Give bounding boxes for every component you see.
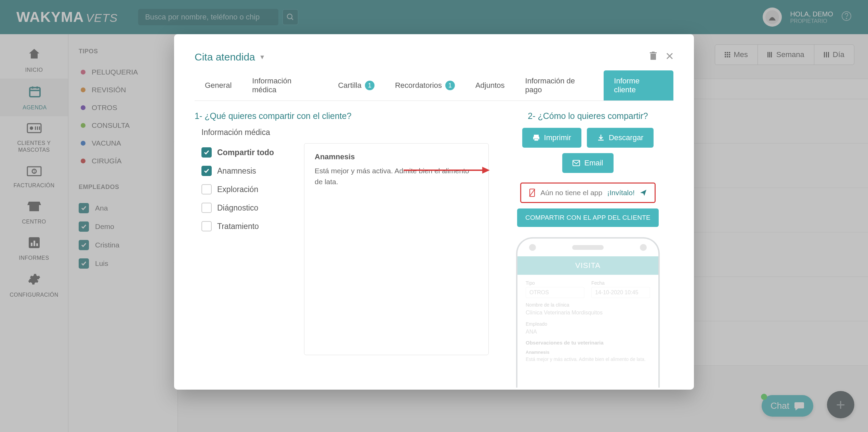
annotation-arrow (404, 163, 492, 178)
trash-icon (649, 52, 657, 60)
send-icon (640, 189, 647, 197)
tab-informe-cliente[interactable]: Informe cliente (604, 70, 673, 100)
check-diagnostico[interactable]: Diágnostico (201, 199, 297, 217)
svg-rect-37 (650, 54, 656, 60)
invite-box: Aún no tiene el app ¡Invítalo! (520, 183, 656, 203)
checkbox-icon (201, 184, 212, 194)
svg-rect-45 (573, 160, 580, 166)
checkbox-icon (201, 221, 212, 231)
no-app-text: Aún no tiene el app (540, 189, 602, 197)
check-anamnesis[interactable]: Anamnesis (201, 162, 297, 180)
badge: 1 (445, 81, 455, 90)
modal-tabs: General Información médica Cartilla1 Rec… (195, 70, 673, 101)
preview-title: Anamnesis (315, 152, 478, 161)
caret-down-icon: ▼ (259, 54, 265, 61)
email-button[interactable]: Email (562, 153, 613, 173)
share-app-button[interactable]: COMPARTIR CON EL APP DEL CLIENTE (517, 208, 659, 227)
question-2: 2- ¿Cómo lo quieres compartir? (528, 111, 648, 121)
camera-icon (529, 244, 536, 251)
download-icon (597, 134, 605, 141)
tab-cartilla[interactable]: Cartilla1 (328, 70, 384, 100)
check-compartir-todo[interactable]: Compartir todo (201, 143, 297, 162)
tab-info-medica[interactable]: Información médica (242, 70, 328, 100)
svg-line-47 (529, 189, 535, 197)
appointment-modal: Cita atendida ▼ General Información médi… (174, 34, 694, 390)
speaker-icon (572, 245, 604, 250)
phone-bar: VISITA (517, 256, 658, 275)
invite-link[interactable]: ¡Invítalo! (607, 189, 635, 197)
tab-adjuntos[interactable]: Adjuntos (465, 70, 515, 100)
modal-title[interactable]: Cita atendida ▼ (195, 51, 265, 63)
checkbox-icon (201, 203, 212, 213)
print-button[interactable]: Imprimir (522, 128, 581, 148)
checkbox-icon (201, 166, 212, 176)
tab-recordatorios[interactable]: Recordatorios1 (385, 70, 465, 100)
phone-off-icon (529, 188, 536, 197)
phone-preview: VISITA TipoOTROS Fecha14-10-2020 10:45 N… (516, 237, 660, 388)
tab-general[interactable]: General (195, 70, 242, 100)
svg-rect-39 (652, 52, 655, 53)
check-tratamiento[interactable]: Tratamiento (201, 217, 297, 235)
tab-info-pago[interactable]: Información de pago (515, 70, 604, 100)
question-1: 1- ¿Qué quieres compartir con el cliente… (195, 111, 489, 121)
camera-icon (640, 244, 647, 251)
svg-rect-44 (534, 139, 538, 141)
delete-button[interactable] (649, 52, 657, 63)
email-icon (573, 160, 580, 166)
badge: 1 (365, 81, 374, 90)
print-icon (532, 134, 540, 141)
close-button[interactable] (666, 52, 673, 63)
download-button[interactable]: Descargar (587, 128, 654, 148)
close-icon (666, 52, 673, 60)
svg-rect-42 (534, 135, 539, 137)
check-exploracion[interactable]: Exploración (201, 180, 297, 199)
svg-marker-49 (482, 167, 490, 174)
checkbox-icon (201, 147, 212, 158)
section-label: Información médica (201, 128, 489, 137)
